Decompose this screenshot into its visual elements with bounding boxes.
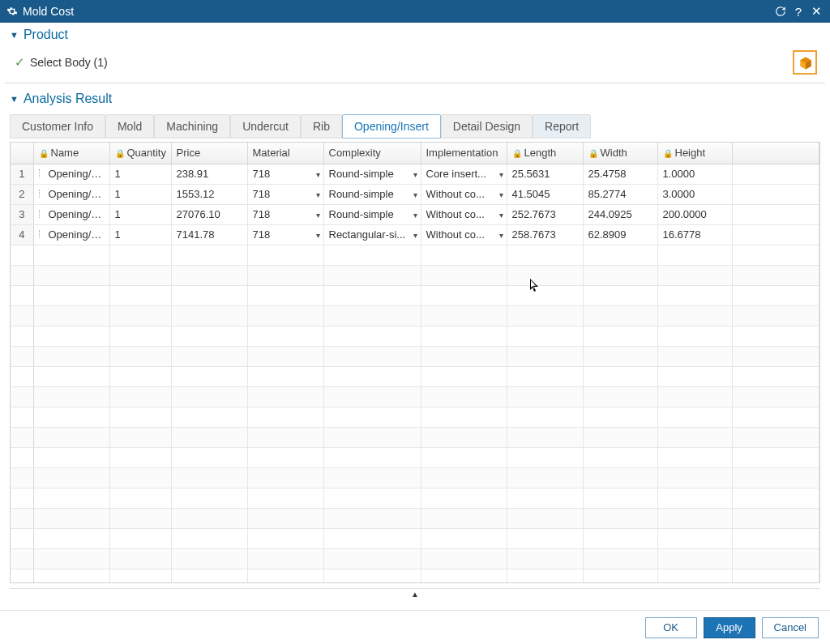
col-quantity[interactable]: 🔒Quantity	[109, 143, 171, 164]
help-icon[interactable]: ?	[789, 2, 807, 20]
cell-empty	[507, 548, 583, 569]
collapse-icon: ▼	[10, 30, 19, 40]
cell-empty	[171, 407, 247, 427]
tab-detail-design[interactable]: Detail Design	[441, 114, 533, 139]
cell-empty	[11, 326, 33, 346]
col-label: Quantity	[127, 147, 166, 159]
cell-impl[interactable]: Without co...	[421, 204, 507, 224]
tab-machining[interactable]: Machining	[154, 114, 230, 139]
cell-impl[interactable]: Without co...	[421, 184, 507, 204]
body-thumbnail[interactable]	[793, 50, 817, 75]
lock-icon: 🔒	[512, 149, 522, 158]
col-label: Price	[177, 147, 201, 159]
cell-empty	[323, 305, 421, 326]
cell-len: 25.5631	[507, 164, 583, 184]
cancel-button[interactable]: Cancel	[762, 617, 819, 638]
cell-price: 27076.10	[171, 204, 247, 224]
col-length[interactable]: 🔒Length	[507, 143, 583, 164]
ok-button[interactable]: OK	[645, 617, 697, 638]
cell-empty	[732, 386, 819, 407]
collapse-handle[interactable]: ▲	[10, 588, 820, 599]
cell-empty	[247, 326, 323, 346]
tree-indent-icon	[39, 230, 47, 238]
cell-empty	[732, 427, 819, 447]
cell-empty	[657, 407, 732, 427]
table-row-empty	[11, 245, 819, 265]
table-row[interactable]: 1Opening/In...1238.91718Round-simpleCore…	[11, 164, 819, 184]
cell-complex[interactable]: Rectangular-si...	[323, 224, 421, 245]
cell-empty	[507, 528, 583, 548]
cell-empty	[583, 488, 657, 508]
cell-mat[interactable]: 718	[247, 224, 323, 245]
col-material[interactable]: Material	[247, 143, 323, 164]
select-body-row[interactable]: ✓ Select Body (1)	[0, 47, 830, 83]
col-width[interactable]: 🔒Width	[583, 143, 657, 164]
cell-empty	[583, 447, 657, 467]
cell-impl[interactable]: Without co...	[421, 224, 507, 245]
cell-impl[interactable]: Core insert...	[421, 164, 507, 184]
tab-report[interactable]: Report	[533, 114, 591, 139]
cell-empty	[33, 386, 109, 407]
tab-customer-info[interactable]: Customer Info	[10, 114, 105, 139]
col-name[interactable]: 🔒Name	[33, 143, 109, 164]
cell-spacer	[732, 164, 819, 184]
col-price[interactable]: Price	[171, 143, 247, 164]
col-implementation[interactable]: Implementation	[421, 143, 507, 164]
table-row[interactable]: 2Opening/In...11553.12718Round-simpleWit…	[11, 184, 819, 204]
cell-empty	[109, 245, 171, 265]
cell-price: 238.91	[171, 164, 247, 184]
dialog-footer: OK Apply Cancel	[0, 610, 830, 644]
cell-empty	[657, 386, 732, 407]
divider	[5, 83, 825, 83]
cell-empty	[323, 366, 421, 386]
cell-empty	[507, 305, 583, 326]
cell-empty	[583, 467, 657, 488]
section-analysis-header[interactable]: ▼ Analysis Result	[0, 87, 830, 111]
col-complexity[interactable]: Complexity	[323, 143, 421, 164]
section-product-header[interactable]: ▼ Product	[0, 23, 830, 47]
cell-mat[interactable]: 718	[247, 204, 323, 224]
cell-name: Opening/In...	[33, 224, 109, 245]
cell-mat[interactable]: 718	[247, 184, 323, 204]
cell-empty	[171, 447, 247, 467]
cell-empty	[657, 467, 732, 488]
cell-complex[interactable]: Round-simple	[323, 164, 421, 184]
cell-empty	[33, 366, 109, 386]
col-height[interactable]: 🔒Height	[657, 143, 732, 164]
tab-mold[interactable]: Mold	[105, 114, 154, 139]
apply-button[interactable]: Apply	[704, 617, 755, 638]
lock-icon: 🔒	[663, 149, 673, 158]
cell-mat[interactable]: 718	[247, 164, 323, 184]
tab-undercut[interactable]: Undercut	[230, 114, 301, 139]
col-rownum	[11, 143, 33, 164]
cell-empty	[732, 467, 819, 488]
cell-hei: 1.0000	[657, 164, 732, 184]
cell-empty	[247, 245, 323, 265]
cell-empty	[657, 528, 732, 548]
cell-name: Opening/In...	[33, 164, 109, 184]
cell-empty	[109, 346, 171, 366]
cell-empty	[247, 366, 323, 386]
cell-empty	[11, 548, 33, 569]
cell-rownum: 4	[11, 224, 33, 245]
table-row[interactable]: 3Opening/In...127076.10718Round-simpleWi…	[11, 204, 819, 224]
tab-opening-insert[interactable]: Opening/Insert	[342, 114, 441, 139]
cell-empty	[33, 427, 109, 447]
cell-empty	[33, 407, 109, 427]
cell-empty	[109, 447, 171, 467]
cell-empty	[171, 508, 247, 528]
table-row[interactable]: 4Opening/In...17141.78718Rectangular-si.…	[11, 224, 819, 245]
gear-icon	[6, 6, 18, 17]
cell-empty	[171, 467, 247, 488]
cell-complex[interactable]: Round-simple	[323, 204, 421, 224]
cell-empty	[33, 285, 109, 305]
cell-empty	[657, 569, 732, 583]
cell-empty	[323, 265, 421, 285]
close-icon[interactable]: ✕	[807, 2, 825, 20]
cell-empty	[247, 285, 323, 305]
tab-rib[interactable]: Rib	[301, 114, 342, 139]
reset-icon[interactable]	[772, 2, 789, 20]
table-row-empty	[11, 346, 819, 366]
table-row-empty	[11, 467, 819, 488]
cell-complex[interactable]: Round-simple	[323, 184, 421, 204]
